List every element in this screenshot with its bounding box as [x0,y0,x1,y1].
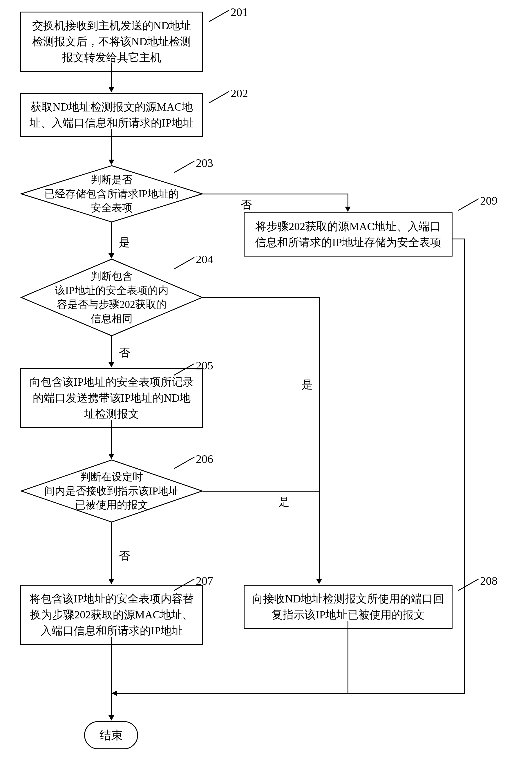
step-203-label: 203 [174,160,206,177]
arrowhead-icon [112,690,117,696]
arrow-204-205 [111,336,112,363]
step-208-text: 向接收ND地址检测报文所使用的端口回复指示该IP地址已被使用的报文 [252,593,444,621]
step-205-label: 205 [174,362,206,380]
branch-206-no: 否 [119,548,130,563]
arrowhead-icon [108,579,114,584]
step-207-label: 207 [174,577,206,595]
arrow-201-202 [111,63,112,88]
step-201-num: 201 [231,5,248,19]
step-209: 将步骤202获取的源MAC地址、入端口信息和所请求的IP地址存储为安全表项 [244,213,452,256]
arrow-203-209-h [202,193,348,194]
step-202-text: 获取ND地址检测报文的源MAC地址、入端口信息和所请求的IP地址 [29,101,194,129]
arrow-202-203 [111,129,112,161]
step-206-text: 判断在设定时 间内是否接收到指示该IP地址 已被使用的报文 [38,470,185,512]
branch-203-no: 否 [241,197,252,212]
arrowhead-icon [345,207,351,212]
flowchart: 交换机接收到主机发送的ND地址检测报文后，不将该ND地址检测报文转发给其它主机 … [12,12,520,766]
arrowhead-icon [108,87,114,92]
arrow-206-208-h [202,491,320,491]
arrowhead-icon [108,715,114,720]
step-209-text: 将步骤202获取的源MAC地址、入端口信息和所请求的IP地址存储为安全表项 [255,220,441,248]
branch-204-no: 否 [119,345,130,360]
arrow-merge-end [111,693,112,716]
branch-204-yes: 是 [302,377,313,392]
arrowhead-icon [108,362,114,367]
arrow-209-end-v [464,264,465,694]
merge-line-right [348,693,465,694]
step-207-num: 207 [196,574,213,588]
step-203-num: 203 [196,156,213,170]
step-205-num: 205 [196,359,213,372]
step-201-text: 交换机接收到主机发送的ND地址检测报文后，不将该ND地址检测报文转发给其它主机 [32,19,191,64]
arrowhead-icon [108,160,114,165]
arrowhead-icon [108,454,114,459]
arrow-207-end-v [111,637,112,694]
step-202-label: 202 [209,90,241,107]
step-205-text: 向包含该IP地址的安全表项所记录的端口发送携带该IP地址的ND地址检测报文 [29,376,194,420]
branch-206-yes: 是 [278,494,289,509]
step-204-label: 204 [174,256,206,274]
branch-203-yes: 是 [119,235,130,250]
arrow-205-206 [111,420,112,455]
step-207-text: 将包含该IP地址的安全表项内容替换为步骤202获取的源MAC地址、入端口信息和所… [29,593,194,637]
step-204-text: 判断包含 该IP地址的安全表项的内 容是否与步骤202获取的 信息相同 [38,269,185,326]
arrow-204-208-h [202,297,320,298]
arrow-208-merge-v [348,621,348,694]
arrowhead-icon [316,579,322,584]
step-208-num: 208 [480,574,498,588]
step-201: 交换机接收到主机发送的ND地址检测报文后，不将该ND地址检测报文转发给其它主机 [20,12,203,72]
arrow-203-209-v [348,193,348,208]
step-203-text: 判断是否 已经存储包含所请求IP地址的 安全表项 [38,173,185,215]
step-206-num: 206 [196,452,213,466]
arrowhead-icon [108,253,114,258]
step-201-label: 201 [209,9,241,26]
step-202-num: 202 [231,86,248,100]
end-terminator: 结束 [84,721,138,749]
arrow-209-out-v [464,239,465,265]
step-209-num: 209 [480,194,498,208]
end-text: 结束 [99,729,123,742]
arrow-206-207 [111,522,112,580]
step-209-label: 209 [458,197,490,215]
step-206-label: 206 [174,456,206,473]
step-208-label: 208 [458,577,490,595]
arrow-204-208-v [319,297,320,580]
step-204-num: 204 [196,252,213,266]
arrow-209-out-h [452,239,465,239]
arrow-203-204 [111,222,112,254]
